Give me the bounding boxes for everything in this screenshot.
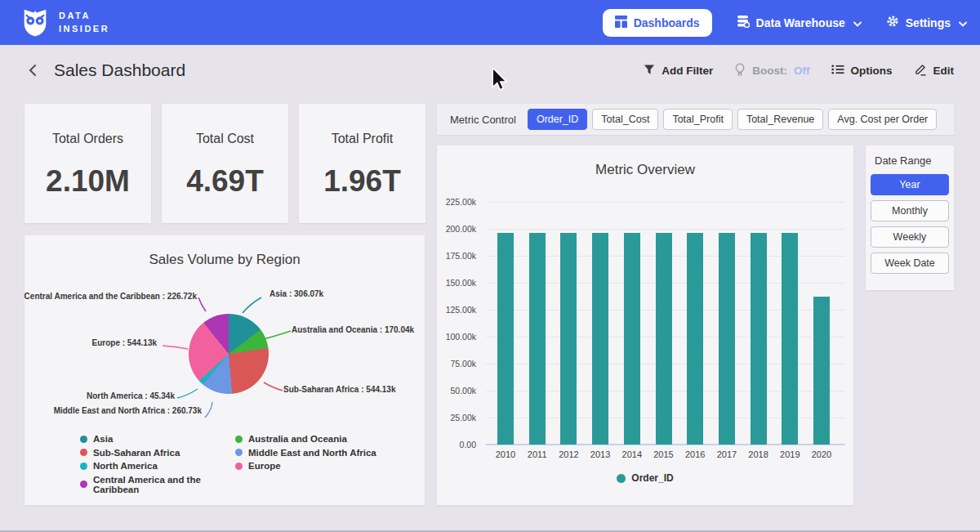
filter-funnel-icon — [644, 64, 655, 78]
pie-legend-item-asia[interactable]: Asia — [80, 434, 235, 444]
x-tick-label: 2014 — [616, 449, 648, 459]
nav-dashboards-button[interactable]: Dashboards — [603, 9, 712, 37]
bar-2012[interactable] — [560, 233, 577, 445]
nav-data-warehouse[interactable]: Data Warehouse — [737, 15, 862, 30]
x-tick-label: 2016 — [679, 449, 711, 459]
bar-2018[interactable] — [751, 233, 767, 445]
legend-dot — [617, 474, 626, 483]
kpi-value: 4.69T — [186, 164, 264, 199]
bar-2016[interactable] — [687, 233, 703, 445]
pie-legend-item-north-america[interactable]: North America — [80, 461, 235, 471]
y-tick-label: 125.00k — [437, 305, 476, 315]
y-tick-label: 100.00k — [437, 332, 476, 342]
nav-dashboards-label: Dashboards — [634, 16, 700, 29]
pie-legend: AsiaSub-Saharan AfricaNorth AmericaCentr… — [24, 434, 425, 494]
pie-label-europe: Europe : 544.13k — [92, 338, 157, 347]
pie-legend-item-central-america-and-the-caribbean[interactable]: Central America and the Caribbean — [80, 475, 235, 494]
x-tick-label: 2015 — [648, 449, 680, 459]
bar-x-labels: 2010201120122013201420152016201720182019… — [486, 449, 845, 463]
bar-2011[interactable] — [529, 233, 546, 445]
sales-volume-panel: Sales Volume by Region Asia : 306.07k Au… — [24, 235, 425, 505]
legend-label: Australia and Oceania — [248, 434, 347, 444]
brand-logo[interactable]: DATA INSIDER — [20, 6, 109, 40]
bar-2020[interactable] — [813, 297, 830, 445]
legend-label: Central America and the Caribbean — [93, 475, 235, 494]
brand-text: DATA INSIDER — [59, 10, 109, 36]
date-range-panel: Date Range YearMonthlyWeeklyWeek Date — [866, 145, 954, 290]
x-tick-label: 2012 — [552, 449, 585, 459]
date-range-option-monthly[interactable]: Monthly — [871, 200, 949, 221]
legend-dot — [235, 449, 243, 456]
x-tick-label: 2013 — [584, 449, 617, 459]
legend-label: Sub-Saharan Africa — [93, 448, 180, 458]
kpi-label: Total Profit — [332, 132, 394, 146]
nav-data-warehouse-label: Data Warehouse — [756, 16, 845, 29]
owl-logo-icon — [20, 6, 51, 40]
page-title: Sales Dashboard — [54, 60, 185, 80]
bar-2010[interactable] — [497, 233, 514, 445]
chevron-down-icon — [853, 16, 862, 29]
database-icon — [737, 15, 750, 30]
boost-label: Boost: — [752, 65, 787, 77]
metric-option-total-cost[interactable]: Total_Cost — [592, 109, 658, 130]
metric-option-total-profit[interactable]: Total_Profit — [663, 109, 733, 130]
pie-legend-item-middle-east-and-north-africa[interactable]: Middle East and North Africa — [235, 448, 376, 458]
options-button[interactable]: Options — [831, 64, 893, 78]
boost-value: Off — [794, 65, 810, 77]
pie-label-australia-oceania: Australia and Oceania : 170.04k — [292, 325, 414, 334]
legend-dot — [80, 463, 87, 470]
y-tick-label: 0.00 — [437, 440, 476, 449]
pie-legend-col-2: Australia and OceaniaMiddle East and Nor… — [235, 434, 376, 494]
date-range-option-year[interactable]: Year — [871, 174, 949, 195]
edit-button[interactable]: Edit — [914, 63, 955, 78]
date-range-option-weekly[interactable]: Weekly — [871, 226, 949, 248]
y-tick-label: 175.00k — [437, 251, 476, 261]
bar-plot — [486, 202, 845, 445]
metric-overview-panel: Metric Overview 0.0025.00k50.00k75.00k10… — [437, 145, 853, 505]
pencil-icon — [914, 63, 927, 78]
pie-legend-item-australia-and-oceania[interactable]: Australia and Oceania — [235, 434, 376, 444]
metric-control-bar: Metric Control Order_IDTotal_CostTotal_P… — [437, 104, 954, 135]
bar-2017[interactable] — [719, 233, 735, 445]
pie-legend-item-europe[interactable]: Europe — [235, 461, 376, 471]
bar-2019[interactable] — [782, 233, 798, 445]
kpi-label: Total Cost — [196, 132, 254, 146]
date-range-buttons: YearMonthlyWeeklyWeek Date — [871, 174, 949, 274]
legend-dot — [80, 449, 87, 456]
y-tick-label: 75.00k — [437, 359, 476, 369]
boost-toggle[interactable]: Boost: Off — [734, 63, 809, 78]
bar-2013[interactable] — [592, 233, 608, 445]
kpi-label: Total Orders — [52, 132, 123, 146]
metric-option-avg-cost-per-order[interactable]: Avg. Cost per Order — [828, 109, 937, 130]
kpi-value: 2.10M — [46, 164, 130, 199]
kpi-card: Total Orders2.10M — [24, 104, 151, 223]
back-button[interactable] — [26, 63, 39, 78]
x-tick-label: 2017 — [710, 449, 743, 459]
legend-dot — [80, 481, 87, 488]
x-tick-label: 2020 — [805, 449, 838, 459]
legend-label: North America — [93, 461, 158, 471]
metric-control-buttons: Order_IDTotal_CostTotal_ProfitTotal_Reve… — [528, 109, 937, 130]
x-tick-label: 2019 — [773, 449, 806, 459]
metric-option-order-id[interactable]: Order_ID — [528, 109, 587, 130]
bar-2015[interactable] — [656, 233, 672, 445]
legend-label: Asia — [93, 434, 113, 444]
pie-legend-item-sub-saharan-africa[interactable]: Sub-Saharan Africa — [80, 448, 235, 458]
bar-legend-label: Order_ID — [631, 472, 673, 484]
y-tick-label: 200.00k — [437, 224, 476, 234]
gridline — [486, 229, 845, 230]
chevron-down-icon — [959, 16, 967, 29]
pie-label-asia: Asia : 306.07k — [270, 289, 323, 298]
edit-label: Edit — [933, 65, 955, 77]
bar-y-labels: 0.0025.00k50.00k75.00k100.00k125.00k150.… — [437, 202, 476, 445]
kpi-row: Total Orders2.10MTotal Cost4.69TTotal Pr… — [24, 104, 425, 223]
y-tick-label: 150.00k — [437, 278, 476, 288]
y-tick-label: 225.00k — [437, 197, 476, 207]
y-tick-label: 50.00k — [437, 386, 476, 396]
bar-legend-item[interactable]: Order_ID — [437, 472, 853, 484]
add-filter-button[interactable]: Add Filter — [644, 64, 713, 78]
metric-option-total-revenue[interactable]: Total_Revenue — [737, 109, 823, 130]
bar-2014[interactable] — [624, 233, 640, 445]
nav-settings[interactable]: Settings — [886, 15, 967, 30]
date-range-option-week-date[interactable]: Week Date — [871, 253, 949, 274]
